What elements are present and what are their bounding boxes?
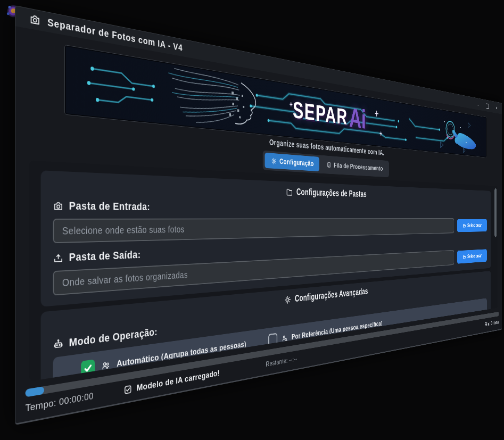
input-folder-label: Pasta de Entrada: (53, 199, 487, 214)
maximize-icon[interactable] (486, 103, 489, 109)
tab-fila-processamento[interactable]: Fila de Processamento (321, 157, 387, 176)
hand-graphic (441, 118, 476, 154)
person-search-icon (282, 334, 287, 343)
tab-configuracao[interactable]: Configuração (265, 153, 319, 171)
app-window: Separador de Fotos com IA - V4 – × (15, 5, 502, 425)
folders-panel-title: Configurações de Pastas (53, 177, 487, 202)
queue-list-icon (327, 161, 331, 168)
logo-accent-text: Ai (349, 102, 366, 135)
window-content: SEPAR Ai Organize suas fotos automaticam… (15, 26, 502, 424)
folder-icon (286, 187, 292, 196)
open-folder-icon (463, 254, 466, 260)
queue-count-label: Fila: 0 itens (485, 320, 499, 328)
advanced-title-text: Configurações Avançadas (295, 286, 368, 304)
robot-icon (53, 338, 64, 351)
tab-label: Fila de Processamento (334, 161, 383, 172)
select-input-folder-button[interactable]: Selecionar (457, 219, 487, 233)
window-controls: – × (477, 101, 498, 111)
remaining-label: Restante: --:-- (266, 355, 297, 369)
ai-head-graphic (168, 68, 255, 129)
close-icon[interactable]: × (496, 105, 498, 111)
tab-content: Configurações de Pastas Pasta de Entrada… (29, 160, 498, 381)
input-folder-field[interactable] (53, 218, 455, 243)
checkbox-unchecked-icon[interactable] (268, 333, 277, 347)
select-output-folder-button[interactable]: Selecionar (457, 249, 487, 263)
people-icon (101, 360, 110, 372)
check-badge-icon (123, 384, 132, 396)
logo-text: SEPAR (293, 96, 348, 129)
tab-label: Configuração (279, 157, 313, 168)
minimize-icon[interactable]: – (477, 101, 479, 107)
camera-icon (53, 200, 64, 212)
scrollbar-thumb[interactable] (494, 188, 497, 237)
outbox-icon (53, 252, 64, 264)
checkbox-checked-icon[interactable] (81, 359, 95, 377)
folders-title-text: Configurações de Pastas (296, 187, 367, 199)
open-folder-icon (463, 223, 466, 228)
gear-icon (284, 295, 291, 305)
progress-fill (26, 386, 44, 397)
camera-icon (29, 12, 41, 27)
gear-icon (271, 157, 277, 165)
